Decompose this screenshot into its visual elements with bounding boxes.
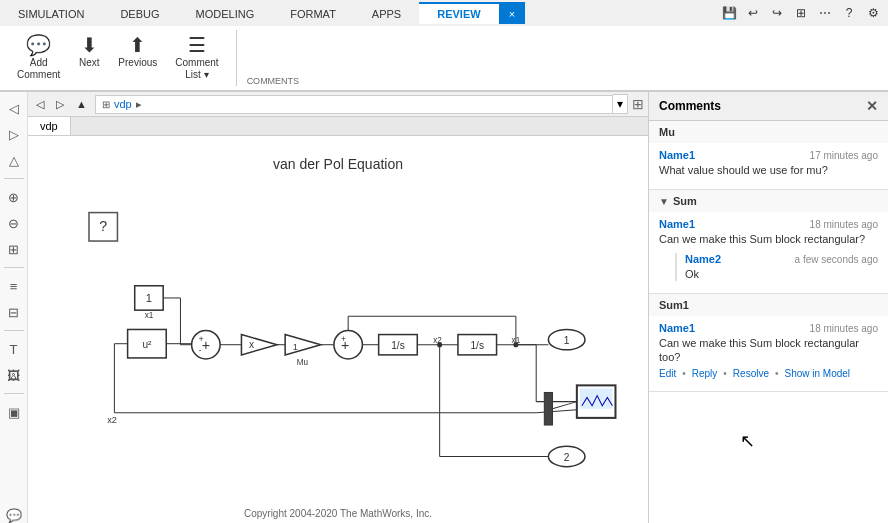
diagram-svg: ? 1 x1 u² + + - x	[28, 136, 648, 523]
sum-expand-icon[interactable]: ▼	[659, 196, 669, 207]
ribbon-top: SIMULATION DEBUG MODELING FORMAT APPS RE…	[0, 0, 888, 26]
svg-text:1: 1	[146, 292, 152, 304]
sidebar-hierarchy-icon[interactable]: ⊟	[2, 300, 26, 324]
comment-meta-sum-reply-1: Name2 a few seconds ago	[685, 253, 878, 265]
svg-text:x1: x1	[512, 336, 521, 345]
breadcrumb-expand[interactable]: ▾	[613, 94, 628, 114]
svg-text:x1: x1	[145, 311, 154, 320]
canvas-tab-vdp[interactable]: vdp	[28, 117, 71, 135]
comment-meta-sum-1: Name1 18 minutes ago	[659, 218, 878, 230]
ribbon: SIMULATION DEBUG MODELING FORMAT APPS RE…	[0, 0, 888, 92]
previous-button[interactable]: ⬆ Previous	[109, 30, 166, 86]
comment-list-button[interactable]: ☰ CommentList ▾	[166, 30, 227, 86]
help-icon[interactable]: ?	[838, 2, 860, 24]
sidebar-zoom-out-icon[interactable]: ⊖	[2, 211, 26, 235]
sidebar-back-icon[interactable]: ◁	[2, 96, 26, 120]
comment-text-sum1-1: Can we make this Sum block rectangular t…	[659, 336, 878, 365]
comment-thread-mu: Name1 17 minutes ago What value should w…	[649, 143, 888, 189]
canvas-up-btn[interactable]: ▲	[72, 96, 91, 112]
sidebar-zoom-in-icon[interactable]: ⊕	[2, 185, 26, 209]
svg-text:x2: x2	[433, 336, 442, 345]
svg-rect-30	[580, 388, 613, 408]
more-icon[interactable]: ⋯	[814, 2, 836, 24]
canvas-toolbar: ◁ ▷ ▲ ⊞ vdp ▸ ▾ ⊞	[28, 92, 648, 117]
sidebar-fit-icon[interactable]: ⊞	[2, 237, 26, 261]
comment-actions-sum1-1: Edit • Reply • Resolve • Show in Model	[659, 368, 878, 379]
svg-text:+: +	[341, 335, 346, 344]
custom-icon[interactable]: ⊞	[790, 2, 812, 24]
save-icon[interactable]: 💾	[718, 2, 740, 24]
comment-text-mu-1: What value should we use for mu?	[659, 163, 878, 177]
action-show-in-model[interactable]: Show in Model	[785, 368, 851, 379]
canvas-forward-btn[interactable]: ▷	[52, 96, 68, 113]
sidebar-up-icon[interactable]: △	[2, 148, 26, 172]
comment-item-sum1-1: Name1 18 minutes ago Can we make this Su…	[659, 322, 878, 380]
svg-rect-59	[544, 392, 552, 425]
sidebar-block-icon[interactable]: ▣	[2, 400, 26, 424]
tab-apps[interactable]: APPS	[354, 2, 419, 24]
previous-label: Previous	[118, 57, 157, 68]
next-label: Next	[79, 57, 100, 68]
tab-close[interactable]: ×	[499, 2, 525, 24]
canvas-viewport[interactable]: van der Pol Equation ? 1 x1 u²	[28, 136, 648, 523]
action-resolve[interactable]: Resolve	[733, 368, 769, 379]
comment-author-sum-1: Name1	[659, 218, 695, 230]
grid-icon[interactable]: ⊞	[632, 96, 644, 112]
comment-section-header-mu: Mu	[649, 121, 888, 143]
comment-meta-sum1-1: Name1 18 minutes ago	[659, 322, 878, 334]
add-comment-button[interactable]: 💬 AddComment	[8, 30, 69, 86]
redo-icon[interactable]: ↪	[766, 2, 788, 24]
breadcrumb-bar: ⊞ vdp ▸	[95, 95, 613, 114]
svg-text:1/s: 1/s	[470, 340, 484, 351]
diagram-title: van der Pol Equation	[273, 156, 403, 172]
breadcrumb-item[interactable]: vdp	[114, 98, 132, 110]
undo-icon[interactable]: ↩	[742, 2, 764, 24]
comment-time-sum1-1: 18 minutes ago	[810, 323, 878, 334]
ribbon-tabs: SIMULATION DEBUG MODELING FORMAT APPS RE…	[0, 2, 525, 24]
svg-text:+: +	[199, 335, 204, 344]
comment-section-sum: ▼ Sum Name1 18 minutes ago Can we make t…	[649, 190, 888, 294]
comment-list-label: CommentList ▾	[175, 57, 218, 81]
tab-simulation[interactable]: SIMULATION	[0, 2, 102, 24]
comment-thread-sum1: Name1 18 minutes ago Can we make this Su…	[649, 316, 888, 392]
sidebar-text-icon[interactable]: T	[2, 337, 26, 361]
svg-text:Mu: Mu	[297, 358, 308, 367]
sidebar-image-icon[interactable]: 🖼	[2, 363, 26, 387]
sidebar-divider-3	[4, 330, 24, 331]
sidebar-forward-icon[interactable]: ▷	[2, 122, 26, 146]
tab-review[interactable]: REVIEW	[419, 2, 498, 24]
comments-header: Comments ✕	[649, 92, 888, 121]
comments-title: Comments	[659, 99, 721, 113]
comments-close-button[interactable]: ✕	[866, 98, 878, 114]
comment-time-mu-1: 17 minutes ago	[810, 150, 878, 161]
comment-text-sum-reply-1: Ok	[685, 267, 878, 281]
settings-icon[interactable]: ⚙	[862, 2, 884, 24]
svg-point-7	[192, 330, 220, 358]
svg-text:x2: x2	[107, 415, 117, 425]
svg-point-43	[513, 342, 518, 347]
tab-modeling[interactable]: MODELING	[178, 2, 273, 24]
svg-rect-22	[458, 335, 497, 355]
action-edit[interactable]: Edit	[659, 368, 676, 379]
sidebar-chat-icon[interactable]: 💬	[2, 503, 26, 523]
sidebar-list-icon[interactable]: ≡	[2, 274, 26, 298]
tab-debug[interactable]: DEBUG	[102, 2, 177, 24]
comments-group: 💬 AddComment ⬇ Next ⬆ Previous ☰ Comment…	[8, 30, 237, 86]
comment-item-mu-1: Name1 17 minutes ago What value should w…	[659, 149, 878, 177]
svg-text:x: x	[249, 339, 254, 350]
section-mu-label: Mu	[659, 126, 675, 138]
next-button[interactable]: ⬇ Next	[69, 30, 109, 86]
svg-text:1: 1	[564, 335, 570, 346]
comment-author-sum-reply-1: Name2	[685, 253, 721, 265]
action-reply[interactable]: Reply	[692, 368, 718, 379]
svg-text:2: 2	[564, 452, 570, 463]
svg-rect-19	[379, 335, 418, 355]
tab-format[interactable]: FORMAT	[272, 2, 354, 24]
comment-time-sum-1: 18 minutes ago	[810, 219, 878, 230]
top-right-toolbar: 💾 ↩ ↪ ⊞ ⋯ ? ⚙	[714, 0, 888, 26]
comment-thread-sum: Name1 18 minutes ago Can we make this Su…	[649, 212, 888, 293]
diagram-copyright: Copyright 2004-2020 The MathWorks, Inc.	[244, 508, 432, 519]
dot-2: •	[723, 368, 727, 379]
sidebar-divider-4	[4, 393, 24, 394]
canvas-back-btn[interactable]: ◁	[32, 96, 48, 113]
